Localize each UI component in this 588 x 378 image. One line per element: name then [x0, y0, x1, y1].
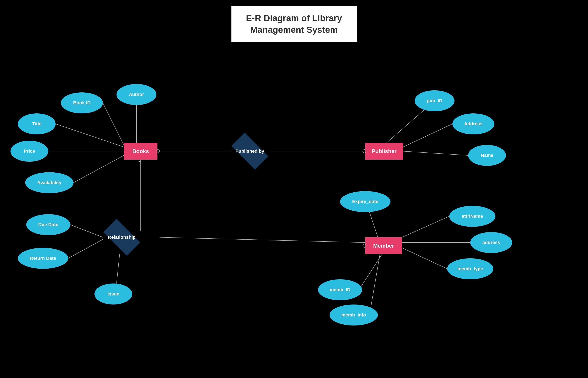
- svg-line-19: [359, 254, 382, 290]
- published-by-relationship: Published by: [231, 142, 269, 161]
- pub-id-attribute: pub_ID: [415, 90, 455, 111]
- svg-line-2: [56, 124, 124, 147]
- crow-foot-publisher-left: [363, 149, 366, 153]
- svg-line-15: [369, 212, 378, 237]
- svg-line-9: [403, 151, 468, 155]
- svg-line-18: [402, 248, 447, 269]
- availability-attribute: Availability: [25, 172, 74, 193]
- memb-info-attribute: memb_info: [330, 305, 378, 325]
- svg-line-16: [402, 216, 449, 237]
- svg-line-13: [117, 254, 120, 284]
- title-attribute: Title: [18, 113, 56, 135]
- member-address-attribute: address: [470, 232, 512, 253]
- svg-line-12: [68, 239, 103, 258]
- memb-type-attribute: memb_type: [447, 258, 493, 279]
- svg-line-8: [403, 124, 452, 147]
- due-date-attribute: Due Date: [26, 214, 70, 235]
- issue-attribute: Issue: [94, 284, 132, 305]
- svg-line-20: [369, 254, 380, 315]
- crow-foot-member-left: [363, 244, 366, 248]
- memb-id-attribute: memb_ID: [318, 279, 362, 300]
- svg-line-0: [103, 103, 124, 145]
- publisher-entity: Publisher: [365, 143, 403, 160]
- svg-line-11: [70, 225, 103, 237]
- svg-line-14: [159, 237, 365, 243]
- title-box: E-R Diagram of LibraryManagement System: [231, 6, 357, 42]
- return-date-attribute: Return Date: [18, 248, 68, 269]
- diagram-title: E-R Diagram of LibraryManagement System: [246, 13, 342, 36]
- publisher-name-attribute: Name: [468, 145, 506, 166]
- publisher-address-attribute: Address: [452, 113, 494, 135]
- book-id-attribute: Book ID: [61, 92, 103, 113]
- expiry-date-attribute: Expiry_date: [340, 191, 391, 212]
- price-attribute: Price: [11, 141, 48, 162]
- books-entity: Books: [124, 143, 157, 160]
- crow-foot-books-right: [156, 149, 160, 153]
- plus-sign-books: +: [138, 159, 142, 164]
- member-entity: Member: [365, 237, 402, 254]
- relationship-diamond: Relationship: [103, 228, 141, 247]
- author-attribute: Author: [117, 84, 157, 105]
- svg-line-4: [74, 155, 124, 183]
- attri-name-attribute: attriName: [449, 206, 496, 227]
